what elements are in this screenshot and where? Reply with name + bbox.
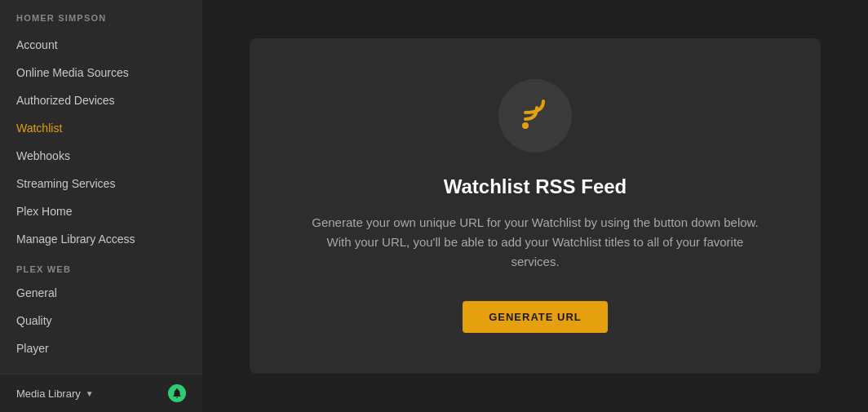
sidebar-item-quality[interactable]: Quality (0, 307, 202, 334)
plex-web-section-label: PLEX WEB (0, 253, 202, 279)
rss-icon-container (498, 79, 572, 153)
sidebar-nav: AccountOnline Media SourcesAuthorized De… (0, 31, 202, 374)
watchlist-rss-card: Watchlist RSS Feed Generate your own uni… (250, 38, 821, 374)
media-library-button[interactable]: Media Library ▼ (16, 388, 94, 400)
sidebar-item-online-media-sources[interactable]: Online Media Sources (0, 59, 202, 86)
sidebar-item-watchlist[interactable]: Watchlist (0, 114, 202, 142)
notification-icon[interactable] (168, 384, 186, 402)
sidebar-item-account[interactable]: Account (0, 31, 202, 59)
sidebar-item-general[interactable]: General (0, 279, 202, 307)
card-description: Generate your own unique URL for your Wa… (307, 213, 764, 272)
svg-point-0 (522, 122, 529, 129)
sidebar-item-player[interactable]: Player (0, 334, 202, 362)
sidebar-item-manage-library-access[interactable]: Manage Library Access (0, 225, 202, 253)
generate-url-button[interactable]: GENERATE URL (463, 301, 608, 333)
sidebar-username: HOMER SIMPSON (0, 0, 202, 31)
media-library-label: Media Library (16, 388, 81, 400)
sidebar-footer: Media Library ▼ (0, 374, 202, 412)
card-title: Watchlist RSS Feed (444, 175, 627, 198)
sidebar-item-plex-home[interactable]: Plex Home (0, 197, 202, 225)
sidebar-item-authorized-devices[interactable]: Authorized Devices (0, 86, 202, 114)
sidebar-item-webhooks[interactable]: Webhooks (0, 142, 202, 170)
sidebar: HOMER SIMPSON AccountOnline Media Source… (0, 0, 202, 412)
sidebar-item-streaming-services[interactable]: Streaming Services (0, 170, 202, 197)
chevron-down-icon: ▼ (86, 389, 94, 398)
rss-icon (516, 96, 555, 135)
main-content: Watchlist RSS Feed Generate your own uni… (202, 0, 868, 412)
